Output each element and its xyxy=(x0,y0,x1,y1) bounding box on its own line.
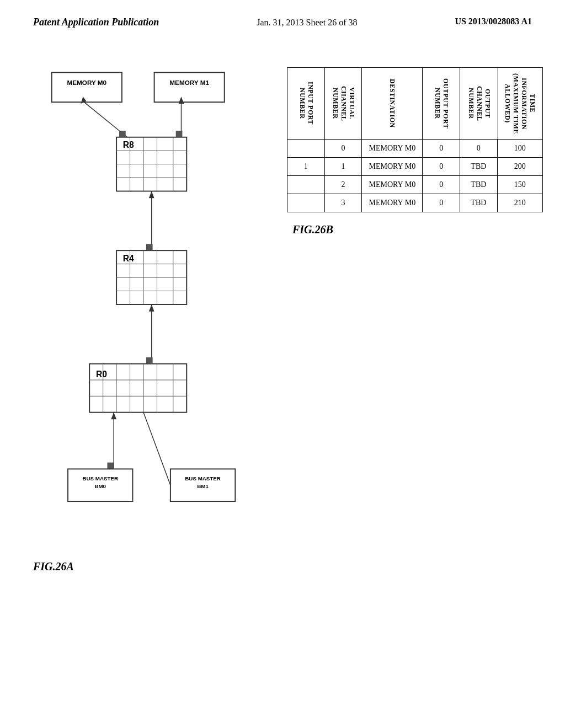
svg-marker-46 xyxy=(111,413,116,420)
fig26a-label: FIG.26A xyxy=(33,560,265,573)
col-header-input-port: INPUT PORTNUMBER xyxy=(287,68,325,140)
table-body: 0 MEMORY M0 0 0 100 1 1 MEMORY M0 0 TBD … xyxy=(287,140,543,212)
cell-time-info: 210 xyxy=(497,194,542,212)
svg-text:BM1: BM1 xyxy=(197,483,209,489)
col-header-time-info: TIME INFORMATION(MAXIMUM TIMEALLOWED) xyxy=(497,68,542,140)
fig26a-diagram: MEMORY M0 MEMORY M1 R8 xyxy=(33,56,254,553)
cell-time-info: 200 xyxy=(497,158,542,176)
svg-text:BUS MASTER: BUS MASTER xyxy=(82,475,118,481)
cell-output-port: 0 xyxy=(423,176,460,194)
svg-rect-45 xyxy=(107,463,114,469)
table-row: 1 1 MEMORY M0 0 TBD 200 xyxy=(287,158,543,176)
cell-virtual-channel: 2 xyxy=(324,176,362,194)
svg-text:MEMORY M0: MEMORY M0 xyxy=(67,79,106,86)
routing-table: INPUT PORTNUMBER VIRTUAL CHANNELNUMBER D… xyxy=(287,67,543,212)
cell-virtual-channel: 3 xyxy=(324,194,362,212)
svg-rect-2 xyxy=(154,73,225,103)
col-header-destination: DESTINATION xyxy=(362,68,423,140)
fig26b-label: FIG.26B xyxy=(292,223,543,236)
cell-output-channel: 0 xyxy=(460,140,498,158)
svg-text:MEMORY M1: MEMORY M1 xyxy=(169,79,209,86)
cell-output-channel: TBD xyxy=(460,158,498,176)
svg-marker-43 xyxy=(149,304,154,312)
cell-destination: MEMORY M0 xyxy=(362,158,423,176)
svg-text:R8: R8 xyxy=(123,141,134,150)
svg-text:BM0: BM0 xyxy=(94,483,106,489)
cell-output-port: 0 xyxy=(423,158,460,176)
svg-rect-42 xyxy=(146,357,153,364)
svg-text:BUS MASTER: BUS MASTER xyxy=(185,475,221,481)
svg-rect-36 xyxy=(176,131,183,137)
cell-output-port: 0 xyxy=(423,194,460,212)
patent-number: US 2013/0028083 A1 xyxy=(455,17,532,26)
cell-destination: MEMORY M0 xyxy=(362,194,423,212)
cell-destination: MEMORY M0 xyxy=(362,140,423,158)
table-row: 0 MEMORY M0 0 0 100 xyxy=(287,140,543,158)
cell-time-info: 100 xyxy=(497,140,542,158)
col-header-virtual-channel: VIRTUAL CHANNELNUMBER xyxy=(324,68,362,140)
col-header-output-port: OUTPUT PORTNUMBER xyxy=(423,68,460,140)
cell-virtual-channel: 0 xyxy=(324,140,362,158)
cell-input-port xyxy=(287,194,325,212)
publication-label: Patent Application Publication xyxy=(33,17,159,28)
svg-text:R0: R0 xyxy=(96,370,107,379)
svg-rect-39 xyxy=(146,244,153,251)
svg-text:R4: R4 xyxy=(123,254,134,263)
cell-virtual-channel: 1 xyxy=(324,158,362,176)
table-row: 3 MEMORY M0 0 TBD 210 xyxy=(287,194,543,212)
svg-marker-40 xyxy=(149,191,154,199)
cell-output-channel: TBD xyxy=(460,176,498,194)
cell-time-info: 150 xyxy=(497,176,542,194)
col-header-output-channel: OUTPUT CHANNELNUMBER xyxy=(460,68,498,140)
main-content: MEMORY M0 MEMORY M1 R8 xyxy=(0,40,565,713)
page-header: Patent Application Publication Jan. 31, … xyxy=(0,0,565,40)
cell-output-port: 0 xyxy=(423,140,460,158)
sheet-info: Jan. 31, 2013 Sheet 26 of 38 xyxy=(257,17,357,29)
svg-line-53 xyxy=(143,413,170,485)
cell-destination: MEMORY M0 xyxy=(362,176,423,194)
svg-rect-33 xyxy=(119,131,126,137)
table-row: 2 MEMORY M0 0 TBD 150 xyxy=(287,176,543,194)
fig26b-area: INPUT PORTNUMBER VIRTUAL CHANNELNUMBER D… xyxy=(287,56,543,702)
cell-input-port: 1 xyxy=(287,158,325,176)
table-header-row: INPUT PORTNUMBER VIRTUAL CHANNELNUMBER D… xyxy=(287,68,543,140)
cell-output-channel: TBD xyxy=(460,194,498,212)
cell-input-port xyxy=(287,140,325,158)
cell-input-port xyxy=(287,176,325,194)
fig26a-area: MEMORY M0 MEMORY M1 R8 xyxy=(33,56,265,702)
svg-rect-0 xyxy=(52,73,122,103)
